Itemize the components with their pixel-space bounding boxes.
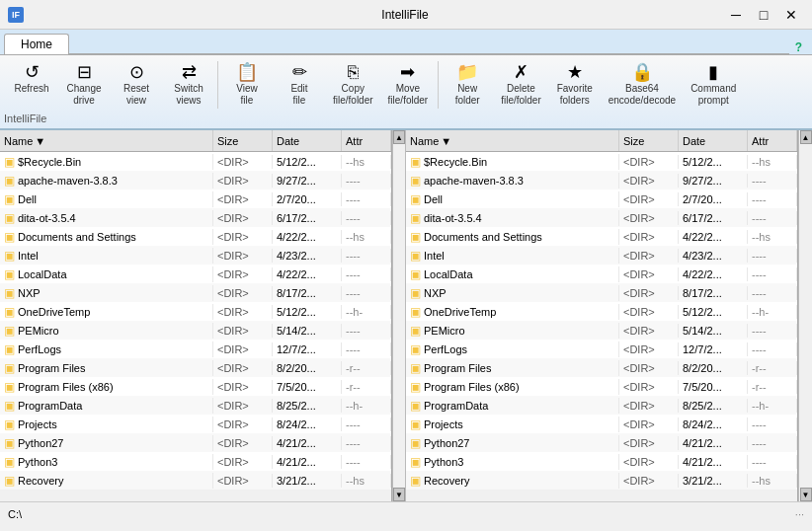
table-row[interactable]: ▣ LocalData<DIR>4/22/2...---- xyxy=(0,265,391,283)
help-button[interactable]: ? xyxy=(789,40,808,54)
table-row[interactable]: ▣ PEMicro<DIR>5/14/2...---- xyxy=(0,321,391,340)
table-row[interactable]: ▣ apache-maven-3.8.3<DIR>9/27/2...---- xyxy=(406,171,797,190)
file-size-cell: <DIR> xyxy=(213,417,273,431)
left-file-list[interactable]: ▣ $Recycle.Bin<DIR>5/12/2...--hs▣ apache… xyxy=(0,152,391,501)
folder-icon: ▣ xyxy=(410,380,421,394)
reset-view-button[interactable]: ⊙Resetview xyxy=(111,59,162,111)
file-name-cell: ▣ Program Files xyxy=(0,360,213,376)
folder-icon: ▣ xyxy=(410,342,421,356)
switch-views-button[interactable]: ⇄Switchviews xyxy=(163,59,214,111)
move-button[interactable]: ➡Movefile/folder xyxy=(381,59,436,111)
folder-icon: ▣ xyxy=(410,267,421,281)
edit-file-button[interactable]: ✏Editfile xyxy=(274,59,325,111)
table-row[interactable]: ▣ Recovery<DIR>3/21/2...--hs xyxy=(0,471,391,490)
new-folder-button[interactable]: 📁Newfolder xyxy=(442,59,493,111)
table-row[interactable]: ▣ dita-ot-3.5.4<DIR>6/17/2...---- xyxy=(406,208,797,227)
table-row[interactable]: ▣ Python3<DIR>4/21/2...---- xyxy=(406,452,797,471)
table-row[interactable]: ▣ dita-ot-3.5.4<DIR>6/17/2...---- xyxy=(0,208,391,227)
left-name-header[interactable]: Name ▼ xyxy=(0,130,213,151)
right-scrollbar[interactable]: ▲ ▼ xyxy=(798,130,812,501)
table-row[interactable]: ▣ PerfLogs<DIR>12/7/2...---- xyxy=(0,340,391,358)
table-row[interactable]: ▣ LocalData<DIR>4/22/2...---- xyxy=(406,265,797,283)
right-scroll-down-arrow[interactable]: ▼ xyxy=(800,488,812,501)
favorite-button[interactable]: ★Favoritefolders xyxy=(549,59,601,111)
table-row[interactable]: ▣ NXP<DIR>8/17/2...---- xyxy=(406,283,797,302)
left-size-header[interactable]: Size xyxy=(213,130,273,151)
file-date-cell: 5/12/2... xyxy=(679,155,748,169)
center-scrollbar[interactable]: ▲ ▼ xyxy=(392,130,406,501)
table-row[interactable]: ▣ Intel<DIR>4/23/2...---- xyxy=(0,246,391,265)
tab-home[interactable]: Home xyxy=(4,34,69,54)
right-name-header[interactable]: Name ▼ xyxy=(406,130,619,151)
file-date-cell: 2/7/20... xyxy=(679,192,748,206)
folder-icon: ▣ xyxy=(4,399,15,413)
table-row[interactable]: ▣ OneDriveTemp<DIR>5/12/2...--h- xyxy=(406,302,797,321)
right-date-header[interactable]: Date xyxy=(679,130,748,151)
right-size-header[interactable]: Size xyxy=(619,130,679,151)
table-row[interactable]: ▣ Program Files (x86)<DIR>7/5/20...-r-- xyxy=(0,377,391,396)
file-name-cell: ▣ Python27 xyxy=(0,435,213,451)
file-size-cell: <DIR> xyxy=(213,342,273,356)
command-prompt-button[interactable]: ▮Commandprompt xyxy=(684,59,743,111)
table-row[interactable]: ▣ Program Files<DIR>8/2/20...-r-- xyxy=(406,358,797,377)
delete-button[interactable]: ✗Deletefile/folder xyxy=(494,59,548,111)
left-date-header[interactable]: Date xyxy=(273,130,342,151)
table-row[interactable]: ▣ Documents and Settings<DIR>4/22/2...--… xyxy=(406,227,797,246)
table-row[interactable]: ▣ Python3<DIR>4/21/2...---- xyxy=(0,452,391,471)
left-attr-header[interactable]: Attr xyxy=(342,130,391,151)
file-name-cell: ▣ Program Files (x86) xyxy=(406,379,619,395)
table-row[interactable]: ▣ ProgramData<DIR>8/25/2...--h- xyxy=(0,396,391,415)
right-file-list[interactable]: ▣ $Recycle.Bin<DIR>5/12/2...--hs▣ apache… xyxy=(406,152,797,501)
table-row[interactable]: ▣ Python27<DIR>4/21/2...---- xyxy=(0,433,391,452)
table-row[interactable]: ▣ apache-maven-3.8.3<DIR>9/27/2...---- xyxy=(0,171,391,190)
file-size-cell: <DIR> xyxy=(619,455,679,469)
file-date-cell: 8/17/2... xyxy=(679,286,748,300)
file-attr-cell: -r-- xyxy=(342,361,391,375)
table-row[interactable]: ▣ Dell<DIR>2/7/20...---- xyxy=(0,190,391,208)
table-row[interactable]: ▣ ProgramData<DIR>8/25/2...--h- xyxy=(406,396,797,415)
folder-icon: ▣ xyxy=(4,305,15,319)
folder-icon: ▣ xyxy=(4,267,15,281)
refresh-button[interactable]: ↺Refresh xyxy=(6,59,57,99)
change-drive-icon: ⊟ xyxy=(77,63,92,81)
table-row[interactable]: ▣ Recovery<DIR>3/21/2...--hs xyxy=(406,471,797,490)
file-attr-cell: ---- xyxy=(748,324,797,338)
table-row[interactable]: ▣ Documents and Settings<DIR>4/22/2...--… xyxy=(0,227,391,246)
file-date-cell: 12/7/2... xyxy=(273,342,342,356)
folder-icon: ▣ xyxy=(410,286,421,300)
table-row[interactable]: ▣ PEMicro<DIR>5/14/2...---- xyxy=(406,321,797,340)
minimize-button[interactable]: ─ xyxy=(723,5,749,25)
table-row[interactable]: ▣ Python27<DIR>4/21/2...---- xyxy=(406,433,797,452)
right-scroll-up-arrow[interactable]: ▲ xyxy=(800,130,812,144)
table-row[interactable]: ▣ Program Files<DIR>8/2/20...-r-- xyxy=(0,358,391,377)
base64-button[interactable]: 🔒Base64encode/decode xyxy=(602,59,683,111)
file-date-cell: 8/17/2... xyxy=(273,286,342,300)
right-attr-header[interactable]: Attr xyxy=(748,130,797,151)
table-row[interactable]: ▣ $Recycle.Bin<DIR>5/12/2...--hs xyxy=(0,152,391,171)
file-size-cell: <DIR> xyxy=(213,324,273,338)
table-row[interactable]: ▣ Program Files (x86)<DIR>7/5/20...-r-- xyxy=(406,377,797,396)
scroll-up-arrow[interactable]: ▲ xyxy=(393,130,405,144)
file-name-cell: ▣ dita-ot-3.5.4 xyxy=(0,210,213,226)
view-file-button[interactable]: 📋Viewfile xyxy=(221,59,273,111)
table-row[interactable]: ▣ NXP<DIR>8/17/2...---- xyxy=(0,283,391,302)
table-row[interactable]: ▣ Projects<DIR>8/24/2...---- xyxy=(0,415,391,433)
folder-icon: ▣ xyxy=(4,174,15,188)
table-row[interactable]: ▣ Intel<DIR>4/23/2...---- xyxy=(406,246,797,265)
folder-icon: ▣ xyxy=(410,324,421,338)
table-row[interactable]: ▣ OneDriveTemp<DIR>5/12/2...--h- xyxy=(0,302,391,321)
file-size-cell: <DIR> xyxy=(619,174,679,188)
change-drive-button[interactable]: ⊟Changedrive xyxy=(58,59,110,111)
copy-button[interactable]: ⎘Copyfile/folder xyxy=(326,59,380,111)
file-attr-cell: ---- xyxy=(342,455,391,469)
file-name-cell: ▣ Dell xyxy=(0,191,213,207)
table-row[interactable]: ▣ Projects<DIR>8/24/2...---- xyxy=(406,415,797,433)
close-button[interactable]: ✕ xyxy=(778,5,804,25)
table-row[interactable]: ▣ Dell<DIR>2/7/20...---- xyxy=(406,190,797,208)
table-row[interactable]: ▣ $Recycle.Bin<DIR>5/12/2...--hs xyxy=(406,152,797,171)
file-size-cell: <DIR> xyxy=(619,324,679,338)
maximize-button[interactable]: □ xyxy=(751,5,776,25)
table-row[interactable]: ▣ PerfLogs<DIR>12/7/2...---- xyxy=(406,340,797,358)
scroll-down-arrow[interactable]: ▼ xyxy=(393,488,405,501)
file-size-cell: <DIR> xyxy=(213,474,273,488)
